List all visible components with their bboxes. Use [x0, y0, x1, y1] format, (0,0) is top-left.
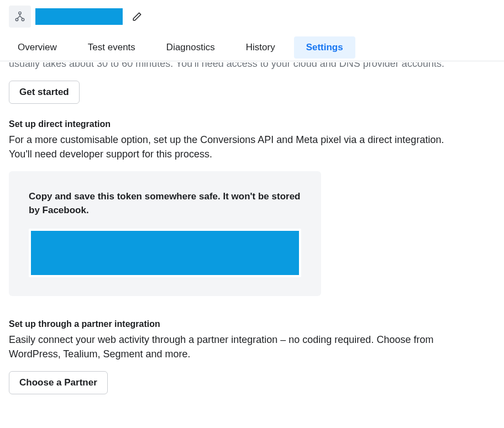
tab-diagnostics[interactable]: Diagnostics — [154, 36, 227, 61]
tab-settings[interactable]: Settings — [294, 36, 355, 59]
tab-test-events[interactable]: Test events — [76, 36, 148, 61]
direct-integration-heading: Set up direct integration — [9, 119, 495, 129]
gateway-description-fragment: usually takes about 30 to 60 minutes. Yo… — [9, 62, 495, 71]
partner-integration-body: Easily connect your web activity through… — [9, 332, 445, 361]
svg-point-1 — [15, 18, 18, 20]
tab-history[interactable]: History — [234, 36, 287, 61]
get-started-button[interactable]: Get started — [9, 81, 80, 104]
tab-strip: Overview Test events Diagnostics History… — [0, 28, 504, 61]
access-token-card: Copy and save this token somewhere safe.… — [9, 171, 321, 295]
pencil-icon — [132, 12, 142, 22]
token-notice-text: Copy and save this token somewhere safe.… — [29, 190, 301, 217]
page-header — [0, 0, 504, 28]
choose-partner-button[interactable]: Choose a Partner — [9, 371, 108, 394]
svg-point-2 — [22, 18, 24, 20]
direct-integration-body: For a more customisable option, set up t… — [9, 133, 445, 161]
partner-integration-heading: Set up through a partner integration — [9, 319, 495, 329]
pixel-nodes-icon — [9, 6, 31, 28]
svg-point-0 — [19, 12, 21, 14]
settings-content: usually takes about 30 to 60 minutes. Yo… — [0, 62, 504, 411]
access-token-value-redacted[interactable] — [31, 231, 299, 275]
token-field-wrapper — [29, 229, 301, 277]
tab-overview[interactable]: Overview — [9, 36, 69, 61]
edit-title-button[interactable] — [129, 9, 145, 24]
dataset-title-redacted — [35, 8, 123, 25]
